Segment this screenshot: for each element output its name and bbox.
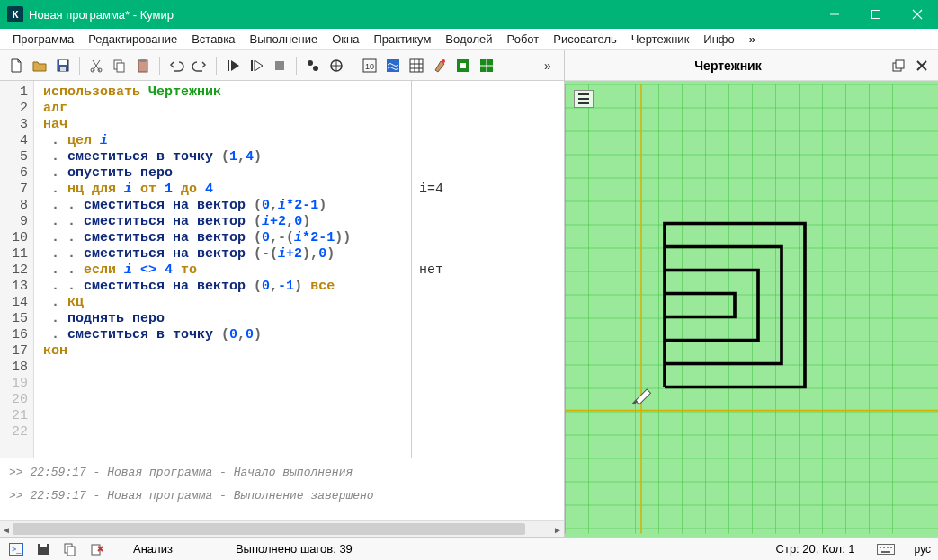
status-steps: Выполнено шагов: 39 [236, 542, 353, 556]
output-console[interactable]: >> 22:59:17 - Новая программа - Начало в… [0, 458, 564, 520]
status-terminal-icon[interactable]: >_ [7, 540, 25, 558]
toolbar-separator [216, 57, 217, 75]
panel-header: Чертежник [565, 50, 938, 81]
close-button[interactable] [897, 0, 938, 29]
toolbar-separator [159, 57, 160, 75]
svg-point-8 [98, 68, 102, 72]
scrollbar-thumb[interactable] [13, 523, 525, 535]
right-pane: Чертежник [565, 50, 938, 537]
menu-edit[interactable]: Редактирование [81, 31, 184, 48]
svg-point-7 [91, 68, 94, 72]
svg-rect-6 [60, 67, 66, 71]
menu-program[interactable]: Программа [5, 31, 81, 48]
status-mode: Анализ [133, 542, 173, 556]
paste-icon[interactable] [132, 55, 154, 76]
canvas-menu-icon[interactable] [574, 90, 594, 108]
svg-text:>_: >_ [12, 545, 22, 554]
svg-point-16 [308, 60, 313, 66]
console-line: >> 22:59:17 - Новая программа - Выполнен… [9, 487, 555, 505]
menu-vodoley[interactable]: Водолей [438, 31, 499, 48]
menu-overflow[interactable]: » [742, 31, 763, 48]
panel-title: Чертежник [572, 58, 884, 73]
toolbar-overflow[interactable]: » [537, 55, 558, 76]
horizontal-scrollbar[interactable]: ◄ ► [0, 520, 564, 537]
svg-rect-14 [251, 60, 253, 71]
margin-column: i=4нет [411, 81, 564, 458]
toolbar-separator [296, 57, 297, 75]
run-step-icon[interactable] [246, 55, 267, 76]
svg-point-49 [890, 547, 892, 548]
scroll-right-icon[interactable]: ► [551, 521, 564, 537]
app-icon: К [7, 6, 23, 22]
tool-paint-icon[interactable] [429, 55, 451, 76]
menu-windows[interactable]: Окна [325, 31, 366, 48]
menu-run[interactable]: Выполнение [242, 31, 325, 48]
tool-grid-icon[interactable] [406, 55, 427, 76]
maximize-button[interactable] [855, 0, 897, 29]
menu-info[interactable]: Инфо [696, 31, 741, 48]
panel-detach-icon[interactable] [889, 57, 907, 75]
code-editor[interactable]: 12345678910111213141516171819202122 испо… [0, 81, 564, 458]
status-lang[interactable]: рус [915, 543, 931, 556]
svg-rect-32 [565, 84, 938, 534]
window-title: Новая программа* - Кумир [29, 8, 814, 22]
svg-rect-28 [896, 60, 904, 68]
run-icon[interactable] [222, 55, 244, 76]
svg-rect-39 [40, 544, 47, 547]
status-clear-icon[interactable] [88, 540, 106, 558]
svg-rect-13 [228, 60, 229, 71]
svg-text:10: 10 [365, 62, 374, 71]
tool-waves-icon[interactable] [382, 55, 404, 76]
minimize-button[interactable] [814, 0, 855, 29]
svg-rect-10 [117, 63, 124, 72]
status-save-icon[interactable] [34, 540, 52, 558]
redo-icon[interactable] [189, 55, 210, 76]
draftsman-canvas[interactable] [565, 81, 938, 537]
tool-numbers-icon[interactable]: 10 [359, 55, 380, 76]
open-file-icon[interactable] [29, 55, 50, 76]
svg-rect-5 [59, 60, 67, 65]
svg-rect-1 [872, 11, 880, 19]
titlebar: К Новая программа* - Кумир [0, 0, 938, 29]
scroll-left-icon[interactable]: ◄ [0, 521, 13, 537]
console-line: >> 22:59:17 - Новая программа - Начало в… [9, 464, 555, 482]
menubar: Программа Редактирование Вставка Выполне… [0, 29, 938, 50]
menu-robot[interactable]: Робот [500, 31, 547, 48]
status-keyboard-icon[interactable] [877, 540, 895, 558]
cut-icon[interactable] [85, 55, 107, 76]
undo-icon[interactable] [165, 55, 187, 76]
tool-green1-icon[interactable] [452, 55, 474, 76]
line-gutter: 12345678910111213141516171819202122 [0, 81, 34, 458]
left-pane: 10 » 12345678910111213141516171819202122… [0, 50, 565, 537]
tool-a-icon[interactable] [302, 55, 324, 76]
status-copy-icon[interactable] [61, 540, 79, 558]
code-content[interactable]: использовать Чертежникалгнач . цел i . с… [34, 81, 411, 458]
toolbar-separator [79, 57, 80, 75]
svg-point-17 [313, 66, 318, 71]
copy-icon[interactable] [109, 55, 130, 76]
svg-rect-41 [67, 547, 75, 556]
toolbar: 10 » [0, 50, 564, 81]
svg-point-23 [442, 59, 445, 63]
menu-draftsman[interactable]: Чертежник [624, 31, 697, 48]
toolbar-separator [353, 57, 353, 75]
menu-practicum[interactable]: Практикум [366, 31, 438, 48]
statusbar: >_ Анализ Выполнено шагов: 39 Стр: 20, К… [0, 537, 938, 560]
main-area: 10 » 12345678910111213141516171819202122… [0, 50, 938, 537]
tool-b-icon[interactable] [326, 55, 347, 76]
stop-icon[interactable] [269, 55, 290, 76]
svg-rect-50 [881, 551, 890, 553]
svg-rect-22 [410, 59, 423, 72]
menu-draw[interactable]: Рисователь [546, 31, 623, 48]
svg-rect-12 [140, 59, 146, 62]
svg-rect-15 [275, 61, 284, 70]
menu-insert[interactable]: Вставка [184, 31, 242, 48]
new-file-icon[interactable] [5, 55, 27, 76]
svg-point-46 [880, 547, 881, 548]
panel-close-icon[interactable] [913, 57, 931, 75]
svg-rect-25 [460, 63, 466, 68]
tool-green2-icon[interactable] [476, 55, 497, 76]
status-cursor: Стр: 20, Кол: 1 [776, 542, 855, 556]
save-file-icon[interactable] [52, 55, 74, 76]
svg-point-47 [883, 547, 885, 548]
